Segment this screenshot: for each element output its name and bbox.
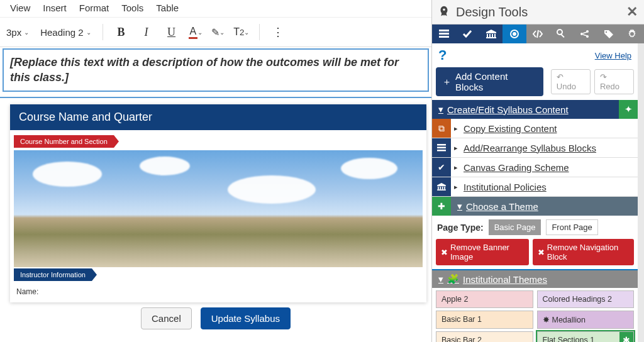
caret-right-icon: ▸ xyxy=(451,144,461,152)
remove-nav-button[interactable]: ✖Remove Navigation Block xyxy=(533,239,634,265)
close-icon[interactable]: ✕ xyxy=(626,4,638,20)
theme-apple-2[interactable]: Apple 2 xyxy=(436,290,533,308)
svg-rect-3 xyxy=(487,34,488,37)
tab-settings[interactable] xyxy=(621,25,644,43)
tool-tabs xyxy=(432,25,644,43)
menu-table[interactable]: Table xyxy=(156,3,179,13)
copy-existing-content[interactable]: ⧉ ▸ Copy Existing Content xyxy=(432,119,638,138)
canvas-grading-scheme[interactable]: ✔ ▸ Canvas Grading Scheme xyxy=(432,158,638,177)
course-card: Course Name and Quarter Course Number an… xyxy=(10,104,426,302)
theme-colored-headings-2[interactable]: Colored Headings 2 xyxy=(537,290,635,308)
menu-format[interactable]: Format xyxy=(79,3,109,13)
cancel-button[interactable]: Cancel xyxy=(141,307,192,329)
svg-rect-4 xyxy=(489,34,491,37)
theme-basic-bar-2[interactable]: Basic Bar 2 xyxy=(436,331,533,342)
create-edit-section[interactable]: ▾ Create/Edit Syllabus Content ✦ xyxy=(432,100,638,119)
svg-rect-0 xyxy=(439,30,449,31)
medallion-icon: ✸ xyxy=(543,316,550,324)
institution-icon xyxy=(432,177,451,196)
tab-tag[interactable] xyxy=(597,25,620,43)
text-color-button[interactable]: A ⌄ xyxy=(186,21,206,43)
svg-rect-5 xyxy=(492,34,493,37)
help-icon[interactable]: ? xyxy=(438,47,447,63)
more-button[interactable]: ⋮ xyxy=(267,21,289,43)
tab-blocks[interactable] xyxy=(432,25,455,43)
menu-insert[interactable]: Insert xyxy=(43,3,67,13)
caret-right-icon: ▸ xyxy=(451,124,461,133)
course-section-ribbon: Course Number and Section xyxy=(14,135,114,148)
menu-tools[interactable]: Tools xyxy=(121,3,143,13)
x-icon: ✖ xyxy=(538,248,545,257)
superscript-button[interactable]: T2 ⌄ xyxy=(231,21,252,43)
svg-rect-22 xyxy=(444,187,445,189)
svg-rect-16 xyxy=(437,144,446,146)
svg-rect-1 xyxy=(439,33,449,35)
toolbar: 3px⌄ Heading 2⌄ B I U A ⌄ ✎ ⌄ T2 ⌄ ⋮ xyxy=(0,18,431,47)
tab-share[interactable] xyxy=(574,25,597,43)
choose-theme-section[interactable]: ▾ Choose a Theme xyxy=(451,197,638,216)
font-size-dropdown[interactable]: 3px⌄ xyxy=(3,25,33,40)
puzzle-icon: 🧩 xyxy=(447,273,459,285)
page-type-front[interactable]: Front Page xyxy=(546,219,597,235)
design-tools-panel: Design Tools ✕ ? View Help ＋Add Conten xyxy=(431,0,644,342)
svg-rect-11 xyxy=(560,33,564,38)
caret-down-icon: ▾ xyxy=(457,201,462,212)
theme-flat-sections-1[interactable]: Flat Sections 1✱ xyxy=(537,331,635,342)
caret-right-icon: ▸ xyxy=(451,183,461,191)
svg-rect-6 xyxy=(494,34,496,37)
menubar: View Insert Format Tools Table xyxy=(0,0,431,18)
highlight-button[interactable]: ✎ ⌄ xyxy=(209,21,227,43)
check-icon: ✔ xyxy=(432,158,451,177)
caret-down-icon: ▾ xyxy=(438,273,443,285)
page-type-basic[interactable]: Basic Page xyxy=(489,219,541,235)
heading-dropdown[interactable]: Heading 2⌄ xyxy=(36,25,94,40)
rocket-icon xyxy=(437,5,451,19)
remove-banner-button[interactable]: ✖Remove Banner Image xyxy=(436,239,529,265)
tab-check[interactable] xyxy=(455,25,479,43)
caret-right-icon: ▸ xyxy=(451,163,461,172)
tab-key[interactable] xyxy=(550,25,573,43)
redo-button[interactable]: ↷ Redo xyxy=(594,69,634,94)
menu-view[interactable]: View xyxy=(10,3,30,13)
add-rearrange-blocks[interactable]: ▸ Add/Rearrange Syllabus Blocks xyxy=(432,138,638,158)
blocks-icon xyxy=(432,138,451,157)
page-type-label: Page Type: xyxy=(437,223,484,233)
svg-rect-7 xyxy=(486,37,496,38)
svg-rect-2 xyxy=(439,36,449,38)
bold-button[interactable]: B xyxy=(111,21,132,43)
svg-rect-21 xyxy=(442,187,443,189)
institutional-themes-section[interactable]: ▾ 🧩 Institutional Themes xyxy=(432,269,638,288)
copy-icon: ⧉ xyxy=(432,119,451,138)
selected-star-icon: ✱ xyxy=(619,332,633,342)
plus-icon: ＋ xyxy=(442,76,452,88)
puzzle-icon: ✚ xyxy=(432,197,451,216)
institutional-policies[interactable]: ▸ Institutional Policies xyxy=(432,177,638,197)
svg-rect-19 xyxy=(438,187,439,189)
italic-button[interactable]: I xyxy=(136,21,157,43)
undo-button[interactable]: ↶ Undo xyxy=(551,69,591,94)
svg-point-9 xyxy=(513,33,516,35)
theme-medallion[interactable]: ✸Medallion xyxy=(537,311,635,329)
placeholder-text[interactable]: [Replace this text with a description of… xyxy=(3,48,429,92)
tab-code[interactable] xyxy=(526,25,550,43)
name-label: Name: xyxy=(16,287,38,296)
scrollbar[interactable] xyxy=(638,43,644,342)
course-title: Course Name and Quarter xyxy=(10,104,426,130)
svg-point-15 xyxy=(606,31,607,33)
add-content-blocks-button[interactable]: ＋Add Content Blocks xyxy=(436,67,543,96)
svg-rect-18 xyxy=(437,150,446,152)
svg-rect-17 xyxy=(437,147,446,149)
svg-rect-23 xyxy=(437,189,446,190)
tab-institution[interactable] xyxy=(479,25,502,43)
svg-point-12 xyxy=(580,33,583,35)
caret-down-icon: ▾ xyxy=(438,104,443,115)
instructor-ribbon: Instructor Information xyxy=(14,268,92,281)
view-help-link[interactable]: View Help xyxy=(595,51,631,60)
underline-button[interactable]: U xyxy=(161,21,182,43)
magic-wand-icon[interactable]: ✦ xyxy=(619,100,638,119)
theme-basic-bar-1[interactable]: Basic Bar 1 xyxy=(436,311,533,329)
tab-target[interactable] xyxy=(502,25,526,43)
banner-image xyxy=(14,150,423,267)
update-syllabus-button[interactable]: Update Syllabus xyxy=(201,307,291,329)
panel-title: Design Tools xyxy=(456,5,528,19)
